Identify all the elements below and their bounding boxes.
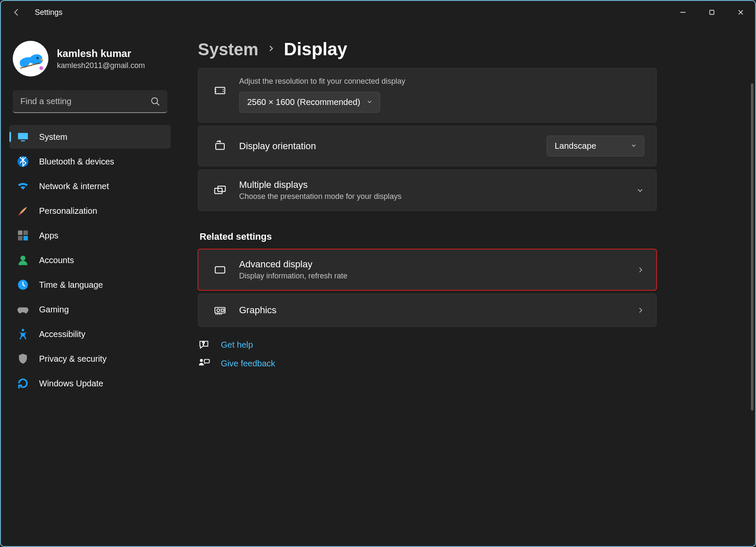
profile-name: kamlesh kumar	[57, 48, 145, 60]
svg-rect-10	[21, 140, 25, 141]
sidebar-item-label: Network & internet	[39, 181, 109, 191]
sidebar-item-personalization[interactable]: Personalization	[9, 199, 171, 223]
resolution-dropdown[interactable]: 2560 × 1600 (Recommended)	[239, 92, 380, 113]
clock-icon	[17, 279, 29, 291]
chevron-down-icon	[630, 141, 637, 151]
orientation-icon	[213, 140, 227, 153]
monitor-icon	[17, 131, 29, 143]
sidebar-item-gaming[interactable]: Gaming	[9, 298, 171, 321]
svg-point-7	[152, 98, 158, 104]
update-icon	[17, 377, 29, 389]
give-feedback-link[interactable]: Give feedback	[221, 359, 275, 368]
chevron-right-icon	[637, 266, 644, 274]
svg-rect-19	[215, 88, 225, 94]
profile-email: kamlesh2011@gmail.com	[57, 61, 145, 70]
sidebar-item-label: Privacy & security	[39, 354, 107, 364]
get-help-row: ? Get help	[198, 339, 740, 351]
chevron-down-icon	[366, 97, 373, 107]
apps-icon	[17, 230, 29, 241]
profile-block[interactable]: kamlesh kumar kamlesh2011@gmail.com	[9, 41, 171, 77]
title-bar: Settings	[1, 1, 755, 24]
sidebar-item-windows-update[interactable]: Windows Update	[9, 371, 171, 395]
svg-rect-13	[23, 230, 28, 235]
sidebar-item-system[interactable]: System	[9, 125, 171, 149]
svg-point-25	[217, 309, 220, 312]
gamepad-icon	[17, 303, 29, 315]
display-resolution-card: Adjust the resolution to fit your connec…	[198, 68, 657, 122]
content: System Display Adjust the resolution to …	[179, 24, 755, 546]
svg-point-6	[39, 66, 43, 70]
svg-rect-26	[221, 309, 224, 311]
related-settings-heading: Related settings	[200, 231, 740, 242]
expand-button[interactable]	[636, 186, 644, 195]
shield-icon	[17, 353, 29, 365]
sidebar-item-label: Apps	[39, 231, 59, 241]
page-title: Display	[284, 39, 347, 60]
search-icon	[150, 96, 161, 107]
chevron-right-icon	[267, 44, 275, 54]
svg-rect-9	[18, 133, 28, 139]
maximize-button[interactable]	[697, 1, 726, 24]
app-title: Settings	[35, 8, 62, 17]
svg-rect-15	[23, 236, 28, 241]
svg-rect-21	[215, 188, 223, 194]
sidebar-item-label: Accounts	[39, 255, 74, 265]
search-input[interactable]	[13, 90, 167, 113]
sidebar-item-label: Personalization	[39, 206, 97, 216]
multiple-displays-card[interactable]: Multiple displays Choose the presentatio…	[198, 170, 657, 211]
sidebar-item-accounts[interactable]: Accounts	[9, 248, 171, 272]
accessibility-icon	[17, 328, 29, 340]
svg-point-28	[200, 359, 203, 362]
wifi-icon	[17, 180, 29, 192]
sidebar-item-privacy[interactable]: Privacy & security	[9, 347, 171, 371]
avatar	[13, 41, 48, 77]
search-wrap	[13, 90, 167, 113]
breadcrumb-root[interactable]: System	[198, 40, 258, 59]
svg-point-16	[20, 256, 25, 261]
orientation-title: Display orientation	[239, 141, 535, 152]
get-help-link[interactable]: Get help	[221, 340, 253, 350]
resolution-desc: Adjust the resolution to fit your connec…	[239, 77, 644, 86]
minimize-button[interactable]	[669, 1, 697, 24]
svg-rect-14	[18, 236, 23, 241]
orientation-value: Landscape	[555, 141, 596, 151]
display-icon	[213, 264, 227, 276]
sidebar-item-accessibility[interactable]: Accessibility	[9, 322, 171, 346]
close-button[interactable]	[726, 1, 755, 24]
graphics-card[interactable]: Graphics	[198, 294, 657, 327]
nav: System Bluetooth & devices Network & int…	[9, 125, 171, 395]
sidebar-item-time-language[interactable]: Time & language	[9, 273, 171, 297]
svg-rect-29	[204, 360, 209, 363]
give-feedback-row: Give feedback	[198, 357, 740, 369]
scrollbar[interactable]	[751, 83, 753, 411]
advanced-display-card[interactable]: Advanced display Display information, re…	[198, 249, 657, 290]
svg-rect-12	[18, 230, 23, 235]
svg-point-18	[22, 329, 24, 332]
orientation-dropdown[interactable]: Landscape	[547, 136, 644, 156]
sidebar-item-label: System	[39, 132, 68, 142]
advanced-title: Advanced display	[239, 259, 625, 270]
bluetooth-icon	[17, 156, 29, 167]
sidebar-item-apps[interactable]: Apps	[9, 224, 171, 247]
multiple-sub: Choose the presentation mode for your di…	[239, 192, 624, 201]
svg-rect-22	[218, 186, 226, 192]
brush-icon	[17, 205, 29, 217]
sidebar: kamlesh kumar kamlesh2011@gmail.com Syst…	[1, 24, 179, 546]
svg-point-5	[37, 57, 39, 59]
svg-rect-23	[215, 266, 225, 273]
breadcrumb: System Display	[198, 39, 740, 60]
chevron-right-icon	[637, 306, 644, 314]
svg-text:?: ?	[202, 341, 205, 346]
gpu-icon	[213, 303, 227, 317]
multiple-title: Multiple displays	[239, 179, 624, 190]
sidebar-item-network[interactable]: Network & internet	[9, 174, 171, 198]
svg-line-8	[157, 103, 159, 105]
sidebar-item-bluetooth[interactable]: Bluetooth & devices	[9, 150, 171, 173]
sidebar-item-label: Bluetooth & devices	[39, 157, 114, 167]
sidebar-item-label: Gaming	[39, 305, 69, 315]
back-button[interactable]	[12, 8, 21, 17]
help-icon: ?	[198, 339, 210, 351]
advanced-sub: Display information, refresh rate	[239, 272, 625, 281]
display-orientation-card: Display orientation Landscape	[198, 126, 657, 166]
graphics-title: Graphics	[239, 305, 625, 316]
